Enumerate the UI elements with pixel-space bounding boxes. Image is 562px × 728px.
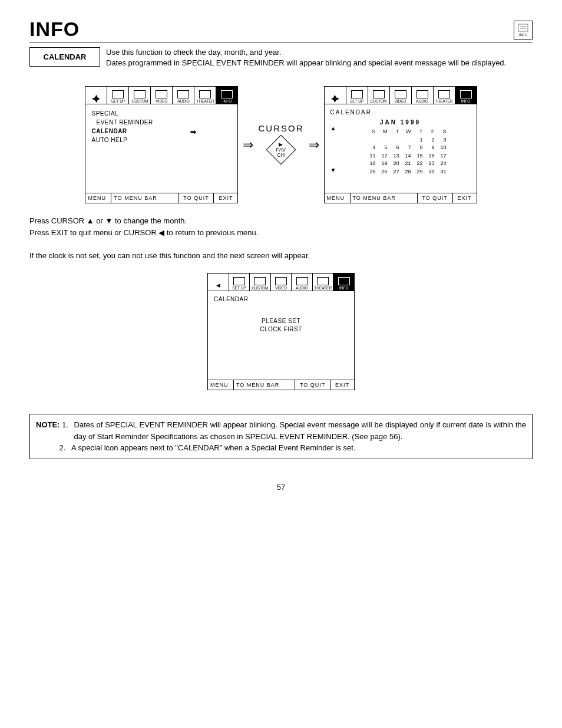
- screen-body: CALENDAR ▲▼ JAN 1999 SMTWTFS123456789101…: [325, 104, 477, 193]
- tab-bar: ▲◀▶▼ SET UP CUSTOM VIDEO AUDIO THEATER I…: [85, 87, 237, 104]
- calendar-grid: SMTWTFS123456789101112131415161718192021…: [330, 128, 471, 176]
- tab-custom: CUSTOM: [368, 87, 390, 104]
- note-item: Dates of SPECIAL EVENT REMINDER will app…: [74, 419, 526, 442]
- tab-theater: THEATER: [194, 87, 216, 104]
- screen-body: SPECIAL EVENT REMINDER CALENDAR➡ AUTO HE…: [85, 104, 237, 193]
- tab-bar: ◀ SET UP CUSTOM VIDEO AUDIO THEATER INFO: [208, 274, 354, 291]
- page-number: 57: [29, 483, 533, 492]
- tab-theater: THEATER: [313, 274, 334, 291]
- tab-info: INFO: [216, 87, 237, 104]
- tab-setup: SET UP: [107, 87, 129, 104]
- menu-item: EVENT REMINDER: [91, 118, 232, 127]
- fav-ch-button-shape: ▶FAVCH: [266, 135, 296, 165]
- page-title: INFO: [29, 18, 80, 41]
- info-header-icon: INFO: [514, 21, 533, 39]
- screen-footer: MENU TO MENU BAR TO QUIT EXIT: [85, 193, 237, 203]
- note-item: A special icon appears next to "CALENDAR…: [71, 442, 526, 454]
- screens-row: ▲◀▶▼ SET UP CUSTOM VIDEO AUDIO THEATER I…: [29, 86, 533, 203]
- arrow-icon: ⇒: [308, 137, 320, 153]
- screen-body: CALENDAR PLEASE SET CLOCK FIRST: [208, 291, 354, 380]
- up-arrow-icon: ▲: [330, 125, 336, 131]
- calendar-section: CALENDAR Use this function to check the …: [29, 47, 533, 68]
- screen-footer: MENU TO MENU BAR TO QUIT EXIT: [208, 380, 354, 390]
- tab-info: INFO: [455, 87, 477, 104]
- down-arrow-icon: ▼: [330, 167, 336, 173]
- tab-custom: CUSTOM: [250, 274, 271, 291]
- section-label: CALENDAR: [29, 47, 100, 67]
- menu-item: AUTO HELP: [91, 136, 232, 144]
- cursor-block: CURSOR ▶FAVCH: [258, 123, 303, 166]
- clock-warning-message: PLEASE SET CLOCK FIRST: [214, 317, 348, 334]
- tab-video: VIDEO: [271, 274, 292, 291]
- month-nav-arrows: ▲▼: [330, 125, 336, 173]
- tab-nav-arrows: ▲◀▶▼: [85, 87, 107, 104]
- calendar-month: JAN 1999: [330, 119, 471, 126]
- menu-item: SPECIAL: [91, 109, 232, 118]
- page-header: INFO INFO: [29, 18, 533, 42]
- tab-nav-left: ◀: [208, 274, 229, 291]
- menu-item-selected: CALENDAR➡: [91, 127, 232, 136]
- section-description: Use this function to check the day, mont…: [106, 47, 533, 68]
- tab-audio: AUDIO: [173, 87, 194, 104]
- tab-bar: ▲◀▶▼ SET UP CUSTOM VIDEO AUDIO THEATER I…: [325, 87, 477, 104]
- instruction-text: Press CURSOR ▲ or ▼ to change the month.…: [29, 215, 533, 261]
- tab-theater: THEATER: [434, 87, 455, 104]
- tab-audio: AUDIO: [412, 87, 434, 104]
- tab-setup: SET UP: [346, 87, 368, 104]
- tab-info: INFO: [333, 274, 354, 291]
- svg-rect-0: [518, 24, 528, 31]
- tab-video: VIDEO: [390, 87, 412, 104]
- tv-screen-clock-warning: ◀ SET UP CUSTOM VIDEO AUDIO THEATER INFO…: [207, 273, 355, 390]
- arrow-icon: ⇒: [242, 137, 254, 153]
- tab-audio: AUDIO: [292, 274, 313, 291]
- tv-screen-calendar: ▲◀▶▼ SET UP CUSTOM VIDEO AUDIO THEATER I…: [324, 86, 477, 203]
- screen-footer: MENU TO MENU BAR TO QUIT EXIT: [325, 193, 477, 203]
- note-box: NOTE: 1. Dates of SPECIAL EVENT REMINDER…: [29, 414, 533, 459]
- tv-screen-menu: ▲◀▶▼ SET UP CUSTOM VIDEO AUDIO THEATER I…: [85, 86, 238, 203]
- right-arrow-icon: ➡: [190, 127, 197, 137]
- cursor-label: CURSOR: [258, 123, 303, 133]
- tab-video: VIDEO: [151, 87, 173, 104]
- tab-nav-arrows: ▲◀▶▼: [325, 87, 346, 104]
- tab-setup: SET UP: [229, 274, 250, 291]
- tab-custom: CUSTOM: [129, 87, 151, 104]
